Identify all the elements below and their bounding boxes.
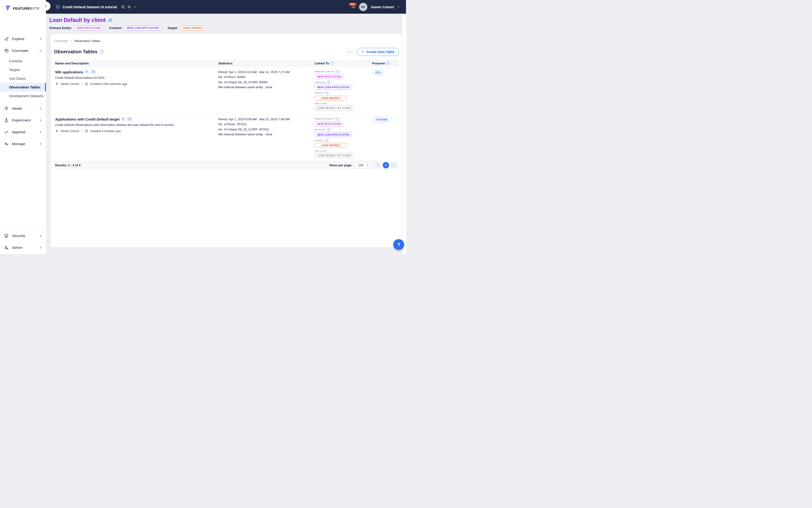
breadcrumb-formulate[interactable]: Formulate (54, 39, 68, 43)
search-button[interactable] (346, 48, 354, 56)
table-row: 50K applications ID Credit Default Obser… (53, 67, 399, 114)
notifications-button[interactable]: 999+ (351, 3, 356, 10)
sidebar: FEATUREBYTE Explore Formulate (0, 0, 46, 254)
stat-min-interval: Min interval between same entity : none (218, 85, 311, 89)
next-page-button[interactable] (391, 162, 397, 168)
sidebar-item-label: Explore (12, 37, 39, 41)
primary-entity-badge: NEW APPLICATION (74, 26, 103, 31)
sidebar-item-admin[interactable]: Admin (0, 242, 46, 254)
linked-to-cell: PRIMARY ENTITY? NEW APPLICATION CONTEXT?… (313, 114, 370, 161)
table-footer: Results: 1 - 2 of 2 Rows per page: 100 (53, 161, 399, 169)
sidebar-item-targets[interactable]: Targets (0, 65, 46, 74)
id-icon[interactable]: ID (91, 70, 95, 74)
linked-to-cell: PRIMARY ENTITY? NEW APPLICATION CONTEXT?… (313, 67, 370, 114)
help-icon[interactable]: ? (100, 50, 104, 54)
context-label: CONTEXT (314, 128, 326, 131)
sidebar-item-security[interactable]: Security (0, 230, 46, 242)
chevron-right-icon (39, 37, 42, 41)
previous-page-button[interactable] (375, 162, 381, 168)
context-badge: NEW LOAN APPLICATION (124, 26, 162, 31)
page-number-button[interactable]: 1 (382, 162, 389, 168)
primary-entity-badge: NEW APPLICATION (314, 74, 344, 79)
avatar[interactable]: XC (359, 3, 367, 11)
sidebar-item-explore[interactable]: Explore (0, 33, 46, 45)
chevron-right-icon (39, 246, 42, 249)
featurebyte-logo-mark (5, 5, 11, 11)
page-title: Loan Default by client (49, 17, 106, 23)
help-icon[interactable]: ? (336, 117, 339, 121)
help-icon[interactable]: ? (330, 61, 334, 65)
sidebar-item-label: Formulate (12, 49, 39, 53)
help-icon[interactable]: ? (325, 91, 329, 95)
stat-rows: No. of Rows: 307511 (218, 122, 311, 126)
sidebar-item-experiment[interactable]: Experiment (0, 114, 46, 126)
share-icon[interactable] (121, 5, 125, 9)
sidebar-item-formulate[interactable]: Formulate (0, 45, 46, 56)
featurebyte-logo-text: FEATUREBYTE (13, 6, 40, 10)
help-icon[interactable]: ? (386, 61, 390, 65)
rows-per-page-select[interactable]: 100 (355, 162, 370, 168)
search-icon (348, 50, 352, 54)
primary-entity-label: PRIMARY ENTITY (314, 70, 335, 73)
sidebar-item-contexts[interactable]: Contexts (0, 56, 46, 65)
scrollbar[interactable] (402, 0, 406, 254)
sidebar-item-label: Observation Tables (9, 85, 41, 89)
lightbulb-icon (4, 106, 9, 111)
sidebar-item-manage[interactable]: Manage (0, 138, 46, 150)
sidebar-item-label: Development Datasets (9, 94, 44, 98)
sidebar-item-ideate[interactable]: Ideate (0, 102, 46, 114)
name-cell: 50K applications ID Credit Default Obser… (53, 67, 217, 114)
create-new-table-button[interactable]: + Create New Table (357, 48, 399, 56)
sidebar-item-approve[interactable]: Approve (0, 126, 46, 138)
stat-min-interval: Min interval between same entity : none (218, 132, 311, 136)
user-name[interactable]: Xavier Conort (371, 5, 394, 9)
observation-tables-card: Formulate Observation Tables Observation… (51, 34, 402, 247)
sidebar-item-use-cases[interactable]: Use Cases (0, 74, 46, 83)
table-description: Credit Default Observations with informa… (55, 123, 215, 127)
author-name: Xavier Conort (60, 82, 79, 86)
chevron-down-icon[interactable] (133, 5, 136, 8)
edit-icon[interactable] (108, 18, 112, 23)
help-icon[interactable]: ? (327, 81, 330, 84)
sidebar-item-observation-tables[interactable]: Observation Tables (0, 83, 46, 91)
featurebyte-logo: FEATUREBYTE (0, 0, 46, 13)
head-gear-icon (4, 48, 9, 53)
purpose-badge: EDA (372, 70, 384, 75)
telescope-icon (4, 37, 9, 41)
primary-entity-label: PRIMARY ENTITY (314, 118, 335, 120)
stat-period: Period: Apr 1, 2019 8:09 AM - Mar 31, 20… (218, 117, 311, 122)
help-fab-button[interactable]: ? (393, 239, 404, 250)
shield-icon (4, 234, 9, 238)
results-count: Results: 1 - 2 of 2 (55, 163, 81, 167)
use-case-label: USE CASE (314, 102, 327, 105)
target-badge: LOAN DEFAULT (314, 143, 347, 148)
author-name: Xavier Conort (60, 129, 79, 133)
created-ago: Created a few seconds ago (90, 82, 127, 86)
sidebar-item-label: Approve (12, 130, 39, 134)
copy-icon[interactable] (85, 70, 89, 74)
gear-icon[interactable] (127, 5, 131, 9)
chevron-down-icon (39, 49, 42, 52)
collapse-sidebar-button[interactable] (42, 2, 50, 11)
context-badge: NEW LOAN APPLICATION (314, 85, 352, 90)
help-icon[interactable]: ? (336, 70, 339, 73)
sidebar-item-development-datasets[interactable]: Development Datasets (0, 91, 46, 100)
primary-entity-label: Primary Entity: (49, 26, 72, 30)
create-new-table-label: Create New Table (366, 50, 395, 54)
main-content: Loan Default by client Primary Entity: N… (46, 14, 406, 254)
chevron-down-icon[interactable] (397, 5, 400, 8)
topbar-user-section: 999+ XC Xavier Conort (351, 3, 406, 11)
created-ago: Created 4 minutes ago (90, 129, 121, 133)
help-icon[interactable]: ? (325, 139, 329, 142)
help-icon[interactable]: ? (327, 128, 330, 131)
purpose-cell: EDA (370, 67, 399, 114)
sidebar-item-label: Admin (12, 246, 39, 250)
copy-icon[interactable] (122, 117, 126, 121)
page-section-heading: Observation Tables (54, 49, 97, 54)
id-icon[interactable]: ID (127, 118, 132, 121)
breadcrumb-current: Observation Tables (74, 39, 100, 43)
target-label: Target: (167, 26, 178, 30)
table-name-link[interactable]: Applications with Credit Default target (55, 117, 120, 121)
sidebar-item-label: Security (12, 234, 39, 238)
table-name-link[interactable]: 50K applications (55, 70, 83, 74)
